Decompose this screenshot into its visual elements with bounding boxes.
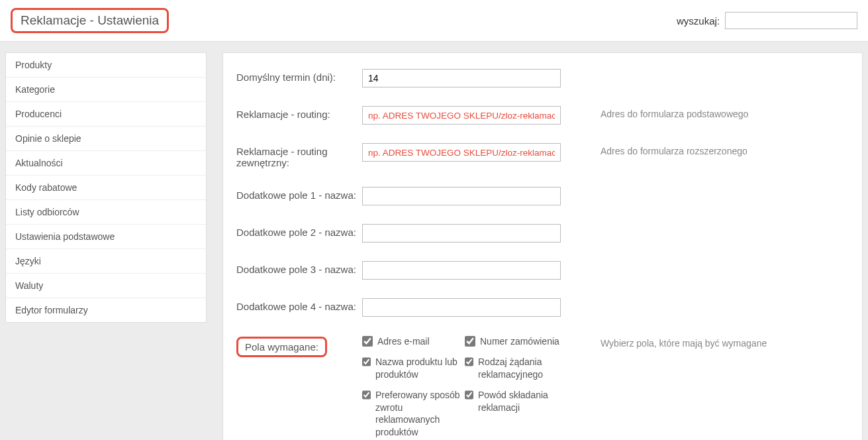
help-extra1	[574, 187, 849, 190]
label-extra1: Dodatkowe pole 1 - nazwa:	[236, 187, 362, 201]
required-checkbox[interactable]	[465, 390, 473, 400]
row-extra3: Dodatkowe pole 3 - nazwa:	[236, 261, 849, 280]
help-routing-ext: Adres do formularza rozszerzonego	[574, 143, 849, 156]
sidebar-item-label: Języki	[15, 256, 41, 266]
row-default-term: Domyślny termin (dni):	[236, 69, 849, 87]
sidebar-item-label: Produkty	[15, 60, 52, 70]
label-default-term: Domyślny termin (dni):	[236, 69, 362, 83]
main-panel: Domyślny termin (dni): Reklamacje - rout…	[222, 52, 863, 440]
label-required-wrap: Pola wymagane:	[236, 335, 362, 357]
sidebar-item-opinie[interactable]: Opinie o sklepie	[6, 127, 206, 151]
sidebar-item-label: Aktualności	[15, 158, 63, 168]
input-default-term[interactable]	[362, 69, 561, 87]
row-extra2: Dodatkowe pole 2 - nazwa:	[236, 224, 849, 243]
input-routing-ext[interactable]	[362, 143, 561, 162]
row-extra1: Dodatkowe pole 1 - nazwa:	[236, 187, 849, 205]
required-checkbox[interactable]	[465, 357, 473, 367]
required-checkbox[interactable]	[362, 336, 373, 347]
sidebar-item-edytor-formularzy[interactable]: Edytor formularzy	[6, 298, 206, 322]
help-routing: Adres do formularza podstawowego	[574, 106, 849, 119]
row-routing-ext: Reklamacje - routing zewnętrzny: Adres d…	[236, 143, 849, 168]
input-routing[interactable]	[362, 106, 561, 125]
row-required: Pola wymagane: Adres e-mailNumer zamówie…	[236, 335, 849, 440]
sidebar-item-label: Producenci	[15, 109, 62, 119]
checkbox-item[interactable]: Numer zamówienia	[465, 335, 567, 348]
search-input[interactable]	[725, 12, 857, 29]
checkbox-label: Numer zamówienia	[480, 335, 559, 348]
sidebar-item-label: Opinie o sklepie	[15, 133, 81, 144]
header: Reklamacje - Ustawienia wyszukaj:	[0, 0, 868, 42]
sidebar-item-label: Ustawienia podstawowe	[15, 231, 115, 242]
checkbox-item[interactable]: Powód składania reklamacji	[465, 389, 567, 439]
label-required-highlight: Pola wymagane:	[236, 337, 327, 357]
label-routing: Reklamacje - routing:	[236, 106, 362, 120]
help-extra3	[574, 261, 849, 264]
sidebar-item-label: Edytor formularzy	[15, 305, 88, 315]
help-required: Wybierz pola, które mają być wymagane	[574, 335, 849, 349]
sidebar-item-producenci[interactable]: Producenci	[6, 102, 206, 127]
input-extra1[interactable]	[362, 187, 561, 205]
required-checkbox-grid: Adres e-mailNumer zamówieniaNazwa produk…	[362, 335, 574, 440]
sidebar-item-waluty[interactable]: Waluty	[6, 274, 206, 298]
label-extra2: Dodatkowe pole 2 - nazwa:	[236, 224, 362, 238]
checkbox-label: Preferowany sposób zwrotu reklamowanych …	[375, 389, 465, 439]
checkbox-item[interactable]: Nazwa produktu lub produktów	[362, 356, 465, 381]
row-routing: Reklamacje - routing: Adres do formularz…	[236, 106, 849, 125]
input-extra2[interactable]	[362, 224, 561, 243]
search-label: wyszukaj:	[677, 15, 720, 27]
checkbox-label: Powód składania reklamacji	[478, 389, 567, 414]
checkbox-item[interactable]: Preferowany sposób zwrotu reklamowanych …	[362, 389, 465, 439]
required-checkbox[interactable]	[362, 357, 371, 367]
checkbox-label: Rodzaj żądania reklamacyjnego	[478, 356, 567, 381]
page-title: Reklamacje - Ustawienia	[21, 13, 159, 27]
label-required: Pola wymagane:	[245, 341, 318, 353]
help-extra2	[574, 224, 849, 227]
sidebar-item-label: Waluty	[15, 280, 43, 291]
sidebar-item-kategorie[interactable]: Kategorie	[6, 78, 206, 102]
label-extra3: Dodatkowe pole 3 - nazwa:	[236, 261, 362, 275]
sidebar-item-label: Listy odbiorców	[15, 207, 79, 217]
help-default-term	[574, 69, 849, 72]
label-routing-ext: Reklamacje - routing zewnętrzny:	[236, 143, 362, 168]
sidebar-item-jezyki[interactable]: Języki	[6, 249, 206, 274]
required-checkbox[interactable]	[465, 336, 475, 347]
checkbox-item[interactable]: Adres e-mail	[362, 335, 465, 348]
sidebar-item-aktualnosci[interactable]: Aktualności	[6, 151, 206, 176]
sidebar-item-label: Kody rabatowe	[15, 182, 77, 193]
sidebar-item-ustawienia-podstawowe[interactable]: Ustawienia podstawowe	[6, 225, 206, 249]
row-extra4: Dodatkowe pole 4 - nazwa:	[236, 298, 849, 317]
input-extra4[interactable]	[362, 298, 561, 317]
checkbox-label: Nazwa produktu lub produktów	[375, 356, 465, 381]
input-extra3[interactable]	[362, 261, 561, 280]
sidebar-item-listy-odbiorcow[interactable]: Listy odbiorców	[6, 200, 206, 225]
checkbox-label: Adres e-mail	[377, 335, 430, 348]
search-wrap: wyszukaj:	[677, 12, 857, 29]
required-checkbox[interactable]	[362, 390, 371, 400]
label-extra4: Dodatkowe pole 4 - nazwa:	[236, 298, 362, 312]
layout: Produkty Kategorie Producenci Opinie o s…	[0, 42, 868, 440]
sidebar: Produkty Kategorie Producenci Opinie o s…	[5, 52, 207, 323]
sidebar-item-kody-rabatowe[interactable]: Kody rabatowe	[6, 176, 206, 200]
help-extra4	[574, 298, 849, 301]
page-title-highlight: Reklamacje - Ustawienia	[11, 8, 169, 33]
sidebar-item-label: Kategorie	[15, 84, 55, 95]
sidebar-item-produkty[interactable]: Produkty	[6, 53, 206, 78]
checkbox-item[interactable]: Rodzaj żądania reklamacyjnego	[465, 356, 567, 381]
